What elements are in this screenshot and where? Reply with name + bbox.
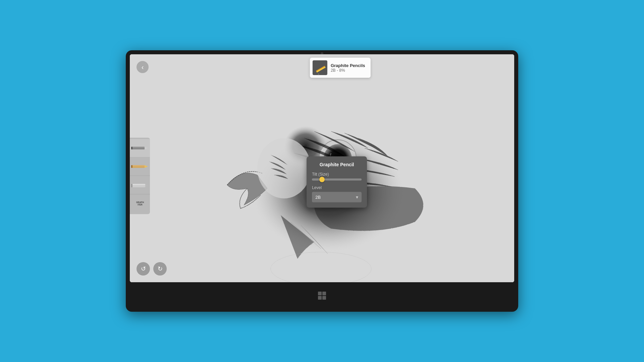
graphiter-icon: GRAPHITER [136, 201, 144, 206]
level-select-wrapper: 9H 2H HB B 2B 4B 6B [312, 192, 362, 202]
brush-tooltip-sub: 2B - 8% [331, 68, 365, 73]
device-bottom-bar [130, 282, 514, 308]
svg-rect-18 [131, 165, 132, 168]
tilt-slider-container: Tilt (Size) [312, 172, 362, 180]
svg-rect-25 [318, 296, 322, 300]
device-frame: ‹ Graphite Pencils 2B - 8% [126, 50, 518, 312]
redo-icon: ↻ [158, 265, 163, 273]
tool-graphiter[interactable]: GRAPHITER [130, 194, 150, 213]
tool-colored-pencil[interactable] [130, 158, 150, 176]
tilt-label: Tilt (Size) [312, 172, 362, 176]
svg-rect-22 [131, 184, 132, 187]
svg-rect-24 [322, 292, 326, 295]
popup-title: Graphite Pencil [312, 162, 362, 167]
eraser-icon [131, 182, 149, 188]
windows-button[interactable] [317, 291, 327, 300]
back-button[interactable]: ‹ [137, 61, 149, 73]
svg-marker-13 [145, 147, 148, 149]
tilt-slider-thumb[interactable] [319, 177, 325, 182]
back-icon: ‹ [142, 63, 144, 71]
brush-tooltip-text: Graphite Pencils 2B - 8% [331, 63, 365, 73]
tool-panel: GRAPHITER [130, 138, 150, 214]
colored-pencil-icon [131, 163, 149, 170]
redo-button[interactable]: ↻ [153, 262, 167, 276]
svg-rect-16 [132, 166, 145, 166]
level-label: Level [312, 185, 362, 190]
tool-eraser[interactable] [130, 176, 150, 194]
brush-tooltip-name: Graphite Pencils [331, 63, 365, 68]
undo-button[interactable]: ↺ [137, 262, 150, 276]
svg-rect-23 [318, 292, 322, 295]
canvas-area[interactable]: ‹ Graphite Pencils 2B - 8% [130, 54, 514, 282]
graphite-pencil-icon [131, 145, 149, 152]
undo-redo-group: ↺ ↻ [137, 262, 167, 276]
level-select[interactable]: 9H 2H HB B 2B 4B 6B [312, 192, 362, 202]
svg-rect-14 [131, 147, 132, 149]
undo-icon: ↺ [141, 265, 146, 273]
svg-rect-20 [132, 184, 145, 185]
svg-rect-12 [132, 147, 145, 148]
svg-marker-21 [145, 184, 148, 187]
tool-graphite-pencil[interactable] [130, 139, 150, 158]
screen: ‹ Graphite Pencils 2B - 8% [130, 54, 514, 282]
graphite-pencil-popup: Graphite Pencil Tilt (Size) Level 9H 2H … [307, 156, 367, 207]
brush-tooltip-icon [313, 60, 327, 75]
svg-rect-26 [322, 296, 326, 300]
brush-icon-svg [313, 61, 327, 74]
tilt-slider-track[interactable] [312, 178, 362, 180]
brush-tooltip[interactable]: Graphite Pencils 2B - 8% [310, 58, 371, 78]
svg-marker-17 [145, 165, 148, 168]
